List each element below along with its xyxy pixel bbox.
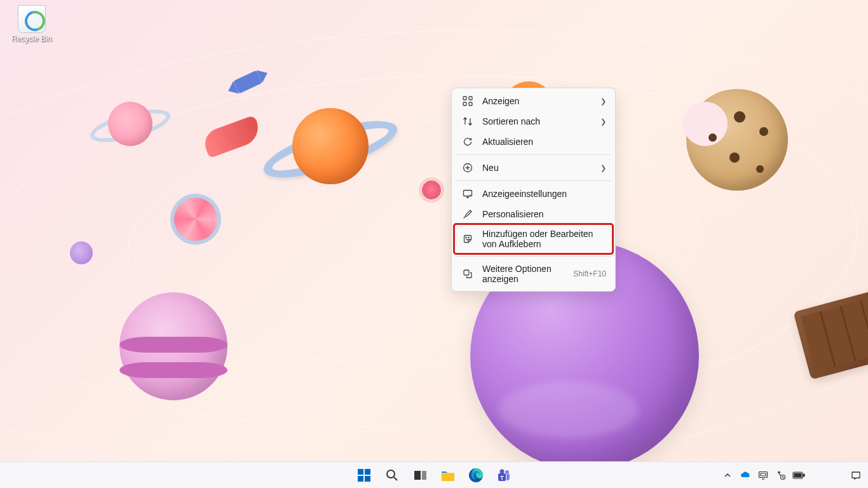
- battery-tray-icon[interactable]: [790, 464, 807, 487]
- menu-label: Anzeigen: [482, 96, 595, 106]
- svg-rect-3: [469, 102, 472, 105]
- wallpaper-decoration: [759, 127, 768, 136]
- menu-shortcut: Shift+F10: [573, 269, 606, 278]
- recycle-bin-label: Recycle Bin: [8, 34, 55, 43]
- svg-rect-28: [794, 473, 801, 477]
- menu-label: Sortieren nach: [482, 116, 595, 126]
- taskbar: T: [0, 461, 868, 488]
- menu-item-more-options[interactable]: Weitere Optionen anzeigen Shift+F10: [454, 259, 613, 288]
- menu-item-personalize[interactable]: Personalisieren: [454, 204, 613, 224]
- menu-item-stickers[interactable]: Hinzufügen oder Bearbeiten von Aufkleber…: [454, 224, 613, 254]
- menu-item-view[interactable]: Anzeigen ❯: [454, 91, 613, 111]
- svg-rect-2: [463, 102, 466, 105]
- svg-rect-24: [761, 473, 766, 476]
- wallpaper-decoration: [734, 111, 745, 123]
- svg-rect-0: [463, 97, 466, 100]
- svg-point-8: [468, 237, 469, 238]
- menu-label: Aktualisieren: [482, 137, 606, 147]
- svg-point-7: [466, 237, 466, 238]
- taskview-button[interactable]: [408, 464, 432, 487]
- menu-item-sort[interactable]: Sortieren nach ❯: [454, 111, 613, 132]
- sticker-icon: [462, 233, 473, 245]
- file-explorer-button[interactable]: [436, 464, 460, 487]
- wallpaper-decoration: [423, 181, 440, 199]
- wallpaper-decoration: [709, 133, 717, 142]
- recycle-bin-shortcut[interactable]: Recycle Bin: [8, 5, 55, 43]
- desktop[interactable]: Recycle Bin Anzeigen ❯ Sortieren nach ❯ …: [0, 0, 868, 461]
- menu-label: Personalisieren: [482, 209, 606, 219]
- svg-rect-27: [803, 474, 804, 477]
- plus-circle-icon: [462, 162, 473, 173]
- display-icon: [462, 188, 473, 200]
- menu-item-refresh[interactable]: Aktualisieren: [454, 132, 613, 152]
- menu-item-display-settings[interactable]: Anzeigeeinstellungen: [454, 184, 613, 204]
- svg-rect-1: [469, 97, 472, 100]
- menu-label: Anzeigeeinstellungen: [482, 189, 606, 199]
- notifications-button[interactable]: [848, 464, 864, 487]
- start-button[interactable]: [352, 464, 376, 487]
- svg-point-14: [387, 470, 395, 478]
- menu-separator: [456, 154, 611, 155]
- svg-point-6: [470, 194, 471, 196]
- svg-rect-9: [464, 270, 469, 275]
- svg-point-19: [505, 470, 509, 474]
- more-options-icon: [462, 268, 473, 280]
- svg-text:T: T: [500, 474, 504, 480]
- svg-rect-12: [358, 476, 363, 482]
- svg-rect-15: [414, 471, 421, 480]
- menu-item-new[interactable]: Neu ❯: [454, 158, 613, 178]
- wallpaper-decoration: [119, 292, 227, 400]
- wallpaper-decoration: [729, 152, 740, 163]
- chevron-right-icon: ❯: [600, 97, 606, 105]
- edge-button[interactable]: [464, 464, 488, 487]
- svg-rect-13: [365, 476, 370, 482]
- clock-area[interactable]: [808, 464, 846, 487]
- chevron-right-icon: ❯: [600, 118, 606, 126]
- brush-icon: [462, 208, 473, 220]
- search-button[interactable]: [380, 464, 404, 487]
- menu-label: Weitere Optionen anzeigen: [482, 264, 569, 284]
- tray-overflow-button[interactable]: [719, 464, 736, 487]
- recycle-bin-icon: [18, 5, 46, 33]
- teams-button[interactable]: T: [492, 464, 516, 487]
- svg-rect-10: [358, 469, 363, 475]
- taskbar-center: T: [352, 464, 516, 487]
- menu-separator: [456, 180, 611, 181]
- sort-icon: [462, 116, 473, 127]
- wallpaper-decoration: [70, 241, 93, 264]
- menu-separator: [456, 256, 611, 257]
- refresh-icon: [462, 136, 473, 147]
- wallpaper-decoration: [756, 165, 764, 173]
- cast-tray-icon[interactable]: [755, 464, 771, 487]
- svg-rect-16: [422, 471, 426, 480]
- svg-rect-11: [365, 469, 370, 475]
- chevron-right-icon: ❯: [600, 164, 606, 172]
- svg-point-20: [500, 469, 505, 473]
- menu-label: Neu: [482, 163, 595, 173]
- wallpaper-decoration: [292, 108, 369, 184]
- grid-icon: [462, 95, 473, 107]
- menu-label: Hinzufügen oder Bearbeiten von Aufkleber…: [482, 229, 606, 249]
- desktop-context-menu: Anzeigen ❯ Sortieren nach ❯ Aktualisiere…: [451, 88, 616, 292]
- system-tray: [719, 464, 864, 487]
- usb-tray-icon[interactable]: [773, 464, 789, 487]
- wallpaper-decoration: [108, 102, 153, 146]
- svg-rect-17: [442, 473, 454, 481]
- wallpaper-decoration: [686, 89, 788, 191]
- onedrive-tray-icon[interactable]: [737, 464, 754, 487]
